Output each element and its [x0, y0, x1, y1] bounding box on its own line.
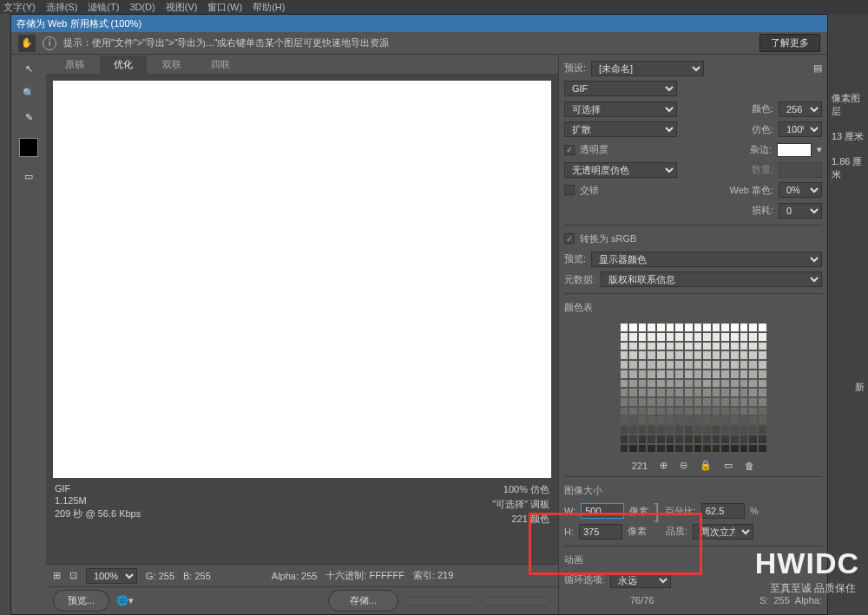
preview-label: 预览: — [564, 252, 586, 265]
ct-icon[interactable]: 🔒 — [700, 460, 712, 471]
trash-icon[interactable]: 🗑 — [745, 461, 754, 471]
done-button[interactable] — [482, 597, 551, 605]
loop-select[interactable]: 永远 — [610, 572, 671, 588]
transparency-label: 透明度 — [580, 143, 608, 156]
dither-amount-select[interactable]: 100% — [779, 121, 822, 137]
percent-unit: % — [750, 506, 759, 516]
dither-label: "可选择" 调板 — [492, 498, 549, 511]
percent-input[interactable] — [701, 503, 745, 519]
g-value: G: 255 — [146, 571, 174, 581]
settings-panel: 预设: [未命名] ▤ GIF 可选择 颜色: 256 扩散 仿色: 100% — [558, 55, 827, 614]
metadata-label: 元数据: — [564, 273, 595, 286]
height-input[interactable] — [579, 524, 622, 540]
colortable-label: 颜色表 — [564, 301, 593, 314]
lossy-select[interactable]: 0 — [779, 203, 822, 219]
learn-more-button[interactable]: 了解更多 — [760, 34, 820, 52]
quality-select[interactable]: 两次立方 — [693, 524, 753, 540]
preset-select[interactable]: [未命名] — [591, 61, 704, 76]
link-icon[interactable]: ] — [654, 505, 660, 517]
quality-label: 品质: — [666, 525, 687, 538]
dim-label: 1.86 厘米 — [832, 155, 865, 181]
imagesize-label: 图像大小 — [564, 484, 602, 497]
quality-label: 100% 仿色 — [492, 483, 549, 496]
srgb-checkbox[interactable] — [564, 233, 575, 244]
interlace-label: 交错 — [580, 184, 599, 197]
time-label: 209 秒 @ 56.6 Kbps — [55, 507, 141, 520]
colors-label: 221 颜色 — [492, 513, 549, 526]
hint-text: 提示：使用"文件">"导出">"导出为..."或右键单击某个图层可更快速地导出资… — [63, 36, 753, 49]
preview-canvas[interactable] — [53, 81, 551, 478]
reduction-select[interactable]: 可选择 — [564, 101, 677, 117]
ct-icon[interactable]: ⊕ — [660, 460, 667, 471]
preview-tabs: 原稿 优化 双联 四联 — [46, 55, 558, 74]
menu-item[interactable]: 窗口(W) — [207, 1, 242, 14]
anim-label: 动画 — [564, 553, 583, 566]
interlace-checkbox[interactable] — [564, 185, 575, 195]
color-swatch[interactable] — [19, 138, 38, 157]
dropdown-icon[interactable]: ▾ — [817, 144, 822, 155]
tab-4up[interactable]: 四联 — [197, 56, 244, 74]
cancel-button[interactable] — [405, 597, 475, 605]
lossy-label: 损耗: — [752, 204, 773, 217]
s-value: 255 — [773, 595, 789, 605]
info-icon: i — [43, 36, 56, 50]
matte-swatch[interactable] — [777, 143, 812, 157]
save-for-web-dialog: 存储为 Web 所用格式 (100%) ✋ i 提示：使用"文件">"导出">"… — [10, 14, 828, 615]
menu-item[interactable]: 帮助(H) — [253, 1, 285, 14]
dialog-titlebar: 存储为 Web 所用格式 (100%) — [11, 15, 827, 32]
matte-label: 杂边: — [750, 143, 772, 156]
menu-item[interactable]: 视图(V) — [166, 1, 198, 14]
browser-icon[interactable]: 🌐▾ — [116, 595, 134, 606]
preview-info: GIF 1.125M 209 秒 @ 56.6 Kbps 100% 仿色 "可选… — [53, 478, 551, 531]
colors-select[interactable]: 256 — [779, 101, 822, 117]
pixel-layer-label: 像素图层 — [832, 92, 865, 118]
h-unit: 像素 — [628, 525, 647, 538]
zoom-select[interactable]: 100% — [86, 568, 137, 584]
metadata-select[interactable]: 版权和联系信息 — [601, 272, 822, 287]
index-value: 索引: 219 — [413, 569, 453, 582]
preview-button[interactable]: 预览... — [53, 590, 109, 612]
websnap-select[interactable]: 0% — [779, 182, 822, 198]
menu-item[interactable]: 滤镜(T) — [88, 1, 119, 14]
dither-method-select[interactable]: 扩散 — [564, 121, 677, 137]
srgb-label: 转换为 sRGB — [580, 232, 636, 245]
color-table[interactable] — [620, 323, 767, 453]
background-panels: 像素图层 13 厘米 1.86 厘米 新 — [828, 14, 868, 615]
alpha-label2: Alpha: — [795, 595, 822, 605]
color-count: 221 — [632, 461, 648, 471]
tab-2up[interactable]: 双联 — [148, 56, 195, 74]
grid-icon[interactable]: ⊞ — [53, 570, 61, 581]
eyedropper-tool-icon[interactable]: ✎ — [18, 107, 39, 128]
format-select[interactable]: GIF — [564, 81, 677, 96]
tab-original[interactable]: 原稿 — [51, 56, 98, 74]
w-label: W: — [564, 506, 575, 516]
dim-label: 13 厘米 — [832, 130, 865, 143]
save-button[interactable]: 存储... — [328, 590, 398, 612]
status-bar: ⊞ ⊡ 100% G: 255 B: 255 Alpha: 255 十六进制: … — [46, 564, 558, 586]
s-label: S: — [760, 595, 768, 605]
tab-optimized[interactable]: 优化 — [100, 56, 147, 74]
pointer-tool-icon[interactable]: ↖ — [18, 58, 39, 79]
ct-icon[interactable]: ▭ — [724, 460, 733, 471]
format-label: GIF — [55, 483, 141, 494]
ct-icon[interactable]: ⊖ — [680, 460, 687, 471]
slice-tool-icon[interactable]: ▭ — [18, 166, 39, 186]
size-label: 1.125M — [55, 495, 141, 506]
w-unit: 像素 — [629, 505, 648, 518]
transparency-checkbox[interactable] — [564, 145, 575, 155]
menu-item[interactable]: 选择(S) — [46, 1, 78, 14]
menu-item[interactable]: 3D(D) — [129, 2, 155, 12]
menu-item[interactable]: 文字(Y) — [3, 1, 36, 14]
b-value: B: 255 — [183, 571, 211, 581]
trans-dither-select[interactable]: 无透明度仿色 — [564, 162, 677, 178]
zoom-tool-icon[interactable]: 🔍 — [18, 82, 39, 103]
watermark: HWIDC — [755, 546, 859, 580]
preview-container: GIF 1.125M 209 秒 @ 56.6 Kbps 100% 仿色 "可选… — [46, 74, 558, 564]
colors-label: 颜色: — [752, 102, 773, 115]
hand-tool-icon[interactable]: ✋ — [18, 35, 36, 52]
menu-icon[interactable]: ▤ — [813, 62, 822, 74]
expand-icon[interactable]: ⊡ — [69, 570, 77, 581]
left-toolbar: ↖ 🔍 ✎ ▭ — [11, 55, 46, 614]
width-input[interactable] — [581, 503, 624, 519]
preview-select[interactable]: 显示器颜色 — [591, 252, 822, 267]
